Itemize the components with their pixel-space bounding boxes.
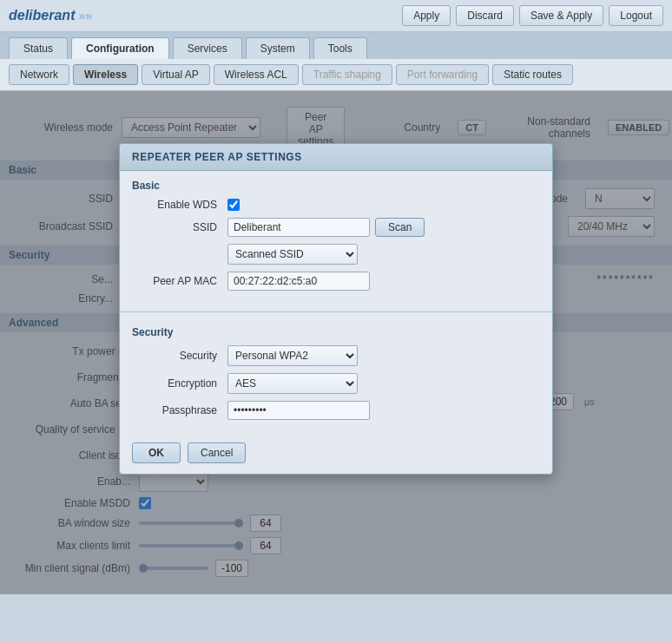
scanned-ssid-select[interactable]: Scanned SSID	[227, 244, 358, 265]
modal-ssid-input[interactable]	[227, 218, 370, 237]
save-apply-button[interactable]: Save & Apply	[519, 5, 603, 26]
tab-status[interactable]: Status	[9, 37, 68, 59]
main-nav: Status Configuration Services System Too…	[0, 32, 672, 59]
modal-security-row: Security Personal WPA2	[132, 345, 540, 366]
modal-ssid-row: SSID Scan	[132, 218, 540, 237]
subtab-static-routes[interactable]: Static routes	[492, 64, 573, 85]
subtab-port-forwarding: Port forwarding	[396, 64, 489, 85]
top-bar: deliberant »» Apply Discard Save & Apply…	[0, 0, 672, 32]
logout-button[interactable]: Logout	[609, 5, 663, 26]
scanned-ssid-row: Scanned SSID	[132, 244, 540, 265]
modal-security-title: Security	[132, 326, 540, 338]
discard-button[interactable]: Discard	[456, 5, 514, 26]
peer-ap-mac-label: Peer AP MAC	[132, 275, 227, 287]
modal-passphrase-label: Passphrase	[132, 404, 227, 416]
modal-basic-title: Basic	[132, 180, 540, 192]
apply-button[interactable]: Apply	[402, 5, 451, 26]
top-actions: Apply Discard Save & Apply Logout	[402, 5, 663, 26]
modal-basic-section: Basic Enable WDS SSID Scan Scanned SSID	[120, 171, 552, 306]
modal-title: REPEATER PEER AP SETTINGS	[120, 144, 552, 171]
modal-overlay: REPEATER PEER AP SETTINGS Basic Enable W…	[0, 91, 672, 594]
subtab-traffic-shaping: Traffic shaping	[302, 64, 392, 85]
tab-tools[interactable]: Tools	[313, 37, 367, 59]
modal-passphrase-row: Passphrase	[132, 401, 540, 420]
logo: deliberant »»	[9, 8, 92, 23]
modal-passphrase-input[interactable]	[227, 401, 370, 420]
peer-ap-mac-input[interactable]	[227, 272, 370, 291]
modal-ssid-label: SSID	[132, 221, 227, 233]
tab-configuration[interactable]: Configuration	[71, 37, 169, 59]
subtab-virtual-ap[interactable]: Virtual AP	[142, 64, 209, 85]
modal-security-select[interactable]: Personal WPA2	[227, 345, 358, 366]
scan-button[interactable]: Scan	[375, 218, 425, 237]
logo-text: deliberant	[9, 8, 75, 23]
enable-wds-checkbox[interactable]	[227, 199, 240, 211]
peer-ap-mac-row: Peer AP MAC	[132, 272, 540, 291]
peer-ap-settings-modal: REPEATER PEER AP SETTINGS Basic Enable W…	[119, 143, 553, 475]
modal-security-label: Security	[132, 350, 227, 362]
subtab-network[interactable]: Network	[9, 64, 69, 85]
enable-wds-row: Enable WDS	[132, 199, 540, 211]
subtab-wireless[interactable]: Wireless	[73, 64, 138, 85]
modal-encryption-row: Encryption AES	[132, 373, 540, 394]
modal-encryption-label: Encryption	[132, 377, 227, 390]
ok-button[interactable]: OK	[132, 442, 181, 463]
sub-nav: Network Wireless Virtual AP Wireless ACL…	[0, 59, 672, 91]
enable-wds-label: Enable WDS	[132, 199, 227, 211]
tab-services[interactable]: Services	[173, 37, 242, 59]
main-content: Wireless mode Access Point Repeater Peer…	[0, 91, 672, 594]
logo-arrows: »»	[78, 9, 92, 23]
modal-security-section: Security Security Personal WPA2 Encrypti…	[120, 318, 552, 436]
tab-system[interactable]: System	[246, 37, 310, 59]
subtab-wireless-acl[interactable]: Wireless ACL	[214, 64, 299, 85]
modal-encryption-select[interactable]: AES	[227, 373, 358, 394]
modal-footer: OK Cancel	[120, 436, 552, 474]
cancel-button[interactable]: Cancel	[188, 442, 246, 463]
